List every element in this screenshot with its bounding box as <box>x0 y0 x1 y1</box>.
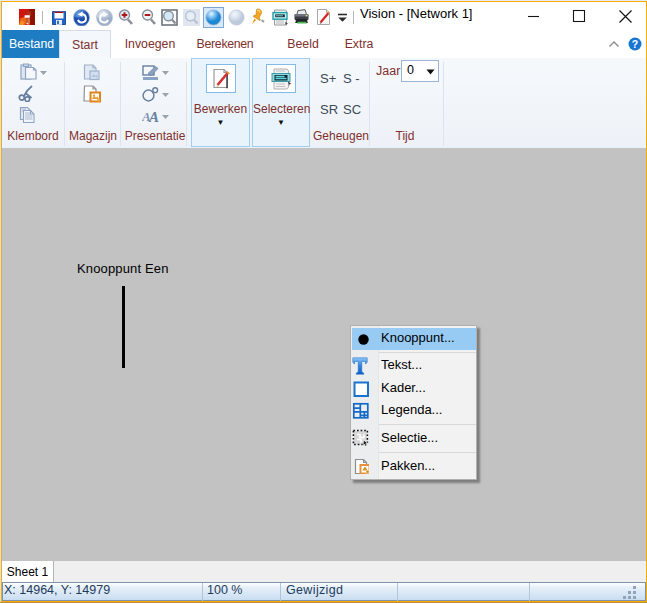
svg-text:?: ? <box>632 38 638 50</box>
svg-text:A: A <box>148 109 159 123</box>
